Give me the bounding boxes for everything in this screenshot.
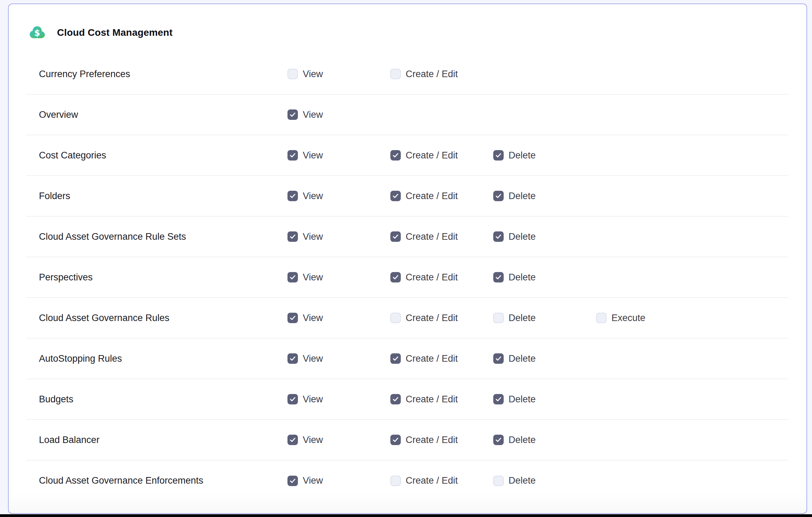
- permission-label: Delete: [509, 231, 536, 242]
- permission-delete-budgets[interactable]: Delete: [493, 394, 596, 405]
- checkbox-delete-unchecked[interactable]: [493, 313, 504, 323]
- permission-label: View: [303, 313, 323, 323]
- permission-row-perspectives: Perspectives View Create / Edit Delete: [26, 257, 788, 298]
- permission-label: Create / Edit: [406, 272, 458, 283]
- permission-label: Create / Edit: [406, 150, 458, 161]
- permission-view-currency-preferences[interactable]: View: [287, 69, 390, 80]
- resource-label: Currency Preferences: [26, 69, 287, 80]
- checkbox-delete-checked[interactable]: [493, 394, 504, 404]
- checkbox-create-edit-checked[interactable]: [390, 191, 401, 201]
- checkbox-create-edit-checked[interactable]: [390, 272, 401, 282]
- permission-create-edit-cloud-asset-governance-enforcements[interactable]: Create / Edit: [390, 475, 493, 486]
- permission-row-autostopping-rules: AutoStopping Rules View Create / Edit De…: [26, 338, 788, 379]
- permission-view-overview[interactable]: View: [287, 109, 390, 120]
- permission-delete-autostopping-rules[interactable]: Delete: [493, 353, 596, 364]
- permission-row-load-balancer: Load Balancer View Create / Edit Delete: [26, 420, 788, 460]
- checkbox-view-checked[interactable]: [287, 435, 298, 445]
- checkbox-create-edit-unchecked[interactable]: [390, 69, 401, 79]
- permission-execute-cloud-asset-governance-rules[interactable]: Execute: [596, 313, 699, 323]
- checkbox-delete-checked[interactable]: [493, 231, 504, 242]
- checkbox-create-edit-checked[interactable]: [390, 394, 401, 404]
- checkbox-create-edit-checked[interactable]: [390, 150, 401, 161]
- permission-view-load-balancer[interactable]: View: [287, 435, 390, 445]
- permission-view-perspectives[interactable]: View: [287, 272, 390, 283]
- permission-delete-cloud-asset-governance-rule-sets[interactable]: Delete: [493, 231, 596, 242]
- checkbox-view-checked[interactable]: [287, 313, 298, 323]
- checkbox-create-edit-checked[interactable]: [390, 353, 401, 364]
- permission-label: View: [303, 475, 323, 486]
- checkbox-view-checked[interactable]: [287, 231, 298, 242]
- permission-cells: View Create / Edit Delete: [287, 435, 596, 445]
- permission-delete-cloud-asset-governance-enforcements[interactable]: Delete: [493, 475, 596, 486]
- screen-edge-bar: [0, 514, 812, 517]
- permission-label: Delete: [509, 435, 536, 445]
- permission-view-cloud-asset-governance-rules[interactable]: View: [287, 313, 390, 323]
- permission-delete-cloud-asset-governance-rules[interactable]: Delete: [493, 313, 596, 323]
- permission-label: View: [303, 150, 323, 161]
- permission-cells: View: [287, 109, 390, 120]
- permission-cells: View Create / Edit Delete: [287, 394, 596, 405]
- checkbox-execute-unchecked[interactable]: [596, 313, 607, 323]
- permission-label: Delete: [509, 191, 536, 202]
- resource-label: Cloud Asset Governance Rule Sets: [26, 231, 287, 242]
- checkbox-delete-checked[interactable]: [493, 191, 504, 201]
- permission-view-cloud-asset-governance-rule-sets[interactable]: View: [287, 231, 390, 242]
- checkbox-view-checked[interactable]: [287, 109, 298, 120]
- permission-label: View: [303, 394, 323, 405]
- permission-label: Create / Edit: [406, 313, 458, 323]
- checkbox-delete-unchecked[interactable]: [493, 476, 504, 486]
- permission-create-edit-cloud-asset-governance-rule-sets[interactable]: Create / Edit: [390, 231, 493, 242]
- permission-view-autostopping-rules[interactable]: View: [287, 353, 390, 364]
- checkbox-delete-checked[interactable]: [493, 272, 504, 282]
- checkbox-create-edit-unchecked[interactable]: [390, 313, 401, 323]
- checkbox-view-checked[interactable]: [287, 272, 298, 282]
- permission-cells: View Create / Edit Delete: [287, 231, 596, 242]
- permission-create-edit-budgets[interactable]: Create / Edit: [390, 394, 493, 405]
- permission-create-edit-cloud-asset-governance-rules[interactable]: Create / Edit: [390, 313, 493, 323]
- resource-label: Overview: [26, 109, 287, 120]
- checkbox-view-checked[interactable]: [287, 150, 298, 161]
- permission-view-cost-categories[interactable]: View: [287, 150, 390, 161]
- permission-create-edit-currency-preferences[interactable]: Create / Edit: [390, 69, 493, 80]
- resource-label: Perspectives: [26, 272, 287, 283]
- permission-delete-load-balancer[interactable]: Delete: [493, 435, 596, 445]
- permission-create-edit-load-balancer[interactable]: Create / Edit: [390, 435, 493, 445]
- permission-cells: View Create / Edit Delete: [287, 150, 596, 161]
- permission-view-cloud-asset-governance-enforcements[interactable]: View: [287, 475, 390, 486]
- permission-cells: View Create / Edit Delete: [287, 272, 596, 283]
- checkbox-create-edit-checked[interactable]: [390, 231, 401, 242]
- checkbox-view-checked[interactable]: [287, 191, 298, 201]
- permission-label: Create / Edit: [406, 353, 458, 364]
- permission-row-budgets: Budgets View Create / Edit Delete: [26, 379, 788, 420]
- permission-view-folders[interactable]: View: [287, 191, 390, 202]
- permission-delete-perspectives[interactable]: Delete: [493, 272, 596, 283]
- dollar-glyph: $: [34, 28, 40, 38]
- checkbox-delete-checked[interactable]: [493, 353, 504, 364]
- permission-delete-folders[interactable]: Delete: [493, 191, 596, 202]
- permission-row-folders: Folders View Create / Edit Delete: [26, 176, 788, 216]
- checkbox-view-checked[interactable]: [287, 353, 298, 364]
- resource-label: Cost Categories: [26, 150, 287, 161]
- checkbox-view-checked[interactable]: [287, 394, 298, 404]
- permission-label: Delete: [509, 353, 536, 364]
- permission-create-edit-perspectives[interactable]: Create / Edit: [390, 272, 493, 283]
- permission-label: Create / Edit: [406, 191, 458, 202]
- checkbox-create-edit-checked[interactable]: [390, 435, 401, 445]
- permission-row-cloud-asset-governance-rule-sets: Cloud Asset Governance Rule Sets View Cr…: [26, 216, 788, 257]
- cloud-dollar-icon: $: [29, 25, 46, 40]
- checkbox-create-edit-unchecked[interactable]: [390, 476, 401, 486]
- checkbox-view-unchecked[interactable]: [287, 69, 298, 79]
- checkbox-delete-checked[interactable]: [493, 435, 504, 445]
- checkbox-view-checked[interactable]: [287, 476, 298, 486]
- checkbox-delete-checked[interactable]: [493, 150, 504, 161]
- permission-create-edit-folders[interactable]: Create / Edit: [390, 191, 493, 202]
- permission-view-budgets[interactable]: View: [287, 394, 390, 405]
- permission-row-overview: Overview View: [26, 95, 788, 135]
- permissions-list: Currency Preferences View Create / Edit …: [9, 54, 806, 501]
- permission-create-edit-autostopping-rules[interactable]: Create / Edit: [390, 353, 493, 364]
- permission-row-cloud-asset-governance-rules: Cloud Asset Governance Rules View Create…: [26, 298, 788, 338]
- permission-delete-cost-categories[interactable]: Delete: [493, 150, 596, 161]
- permission-label: View: [303, 272, 323, 283]
- permission-label: View: [303, 353, 323, 364]
- permission-create-edit-cost-categories[interactable]: Create / Edit: [390, 150, 493, 161]
